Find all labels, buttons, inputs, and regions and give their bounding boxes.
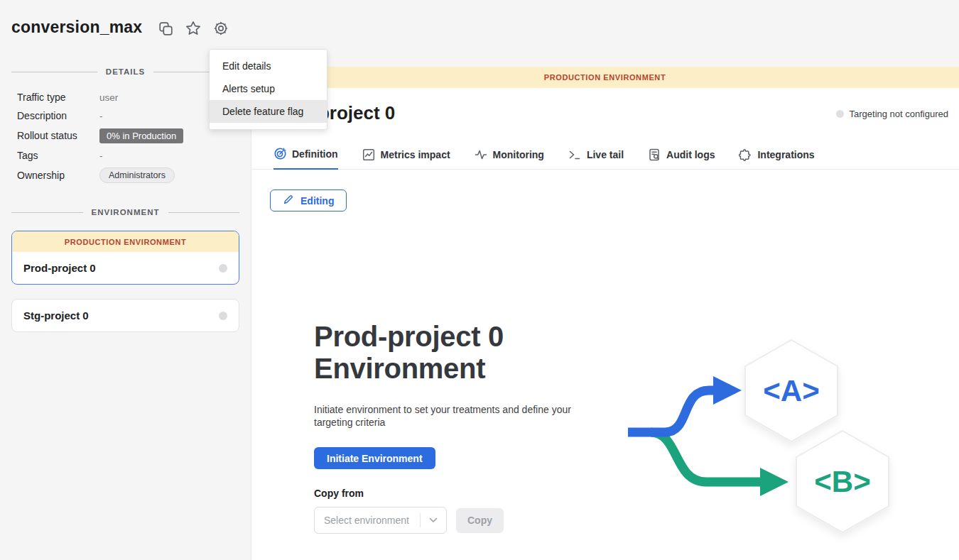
main-content: Prod-project 0 Targeting not configured … xyxy=(251,88,959,560)
environment-select[interactable]: Select environment xyxy=(314,507,447,534)
main-panel: PRODUCTION ENVIRONMENT Prod-project 0 Ta… xyxy=(251,67,959,560)
select-placeholder: Select environment xyxy=(315,515,420,526)
hero-description: Initiate environment to set your treatme… xyxy=(314,403,575,429)
tab-metrics-impact[interactable]: Metrics impact xyxy=(362,148,450,169)
ownership-pill: Administrators xyxy=(99,168,175,183)
menu-item-delete-feature-flag[interactable]: Delete feature flag xyxy=(210,100,327,123)
tab-integrations[interactable]: Integrations xyxy=(739,148,814,169)
target-icon xyxy=(273,148,286,160)
initiate-environment-button[interactable]: Initiate Environment xyxy=(314,447,435,469)
targeting-status: Targeting not configured xyxy=(836,109,948,119)
settings-dropdown-menu: Edit details Alerts setup Delete feature… xyxy=(209,49,327,130)
variant-b-label: <B> xyxy=(814,465,870,498)
green-arrowhead xyxy=(760,468,789,496)
environment-name: Prod-project 0 xyxy=(23,262,96,274)
pulse-icon xyxy=(475,148,487,161)
rollout-status-badge: 0% in Production xyxy=(99,128,183,143)
terminal-icon xyxy=(568,148,581,161)
details-rows: Traffic type user Description - Rollout … xyxy=(17,88,234,186)
chart-icon xyxy=(362,148,375,161)
production-environment-banner: PRODUCTION ENVIRONMENT xyxy=(251,67,959,88)
editing-button[interactable]: Editing xyxy=(270,190,347,212)
ab-split-illustration: <A> <B> xyxy=(608,324,906,560)
puzzle-icon xyxy=(739,148,752,161)
detail-row-tags: Tags - xyxy=(17,146,234,165)
sidebar: DETAILS Traffic type user Description - … xyxy=(0,67,251,560)
document-search-icon xyxy=(648,148,661,161)
environment-hero: Prod-project 0 Environment Initiate envi… xyxy=(314,321,612,534)
variant-a-label: <A> xyxy=(763,374,819,407)
targeting-status-dot xyxy=(836,110,844,118)
environment-card-prod[interactable]: PRODUCTION ENVIRONMENT Prod-project 0 xyxy=(11,231,239,285)
tab-bar: Definition Metrics impact Monitoring xyxy=(251,148,959,170)
detail-row-ownership: Ownership Administrators xyxy=(17,165,234,186)
environment-section-heading: ENVIRONMENT xyxy=(11,207,239,217)
copy-from-label: Copy from xyxy=(314,488,612,499)
tab-definition[interactable]: Definition xyxy=(273,148,338,170)
detail-row-traffic-type: Traffic type user xyxy=(17,88,234,106)
blue-arrowhead xyxy=(713,376,742,405)
star-icon[interactable] xyxy=(185,21,201,36)
detail-row-description: Description - xyxy=(17,106,234,125)
feature-flag-title: conversion_max xyxy=(11,18,142,37)
pencil-icon xyxy=(283,194,294,207)
tab-live-tail[interactable]: Live tail xyxy=(568,148,624,169)
environment-name: Stg-project 0 xyxy=(23,309,89,322)
environment-status-dot xyxy=(219,264,227,273)
tab-monitoring[interactable]: Monitoring xyxy=(475,148,544,169)
tab-audit-logs[interactable]: Audit logs xyxy=(648,148,715,169)
detail-row-rollout-status: Rollout status 0% in Production xyxy=(17,125,234,146)
menu-item-edit-details[interactable]: Edit details xyxy=(210,55,327,77)
details-section-heading: DETAILS xyxy=(11,67,239,77)
header-actions xyxy=(158,21,229,36)
environment-status-dot xyxy=(219,312,227,320)
environment-card-stg[interactable]: Stg-project 0 xyxy=(11,299,239,332)
production-environment-band: PRODUCTION ENVIRONMENT xyxy=(12,231,239,252)
chevron-down-icon xyxy=(421,517,446,523)
menu-item-alerts-setup[interactable]: Alerts setup xyxy=(210,77,327,100)
duplicate-icon[interactable] xyxy=(158,21,173,36)
hero-title: Prod-project 0 Environment xyxy=(314,321,612,385)
gear-icon[interactable] xyxy=(213,21,229,36)
copy-button[interactable]: Copy xyxy=(456,508,504,533)
